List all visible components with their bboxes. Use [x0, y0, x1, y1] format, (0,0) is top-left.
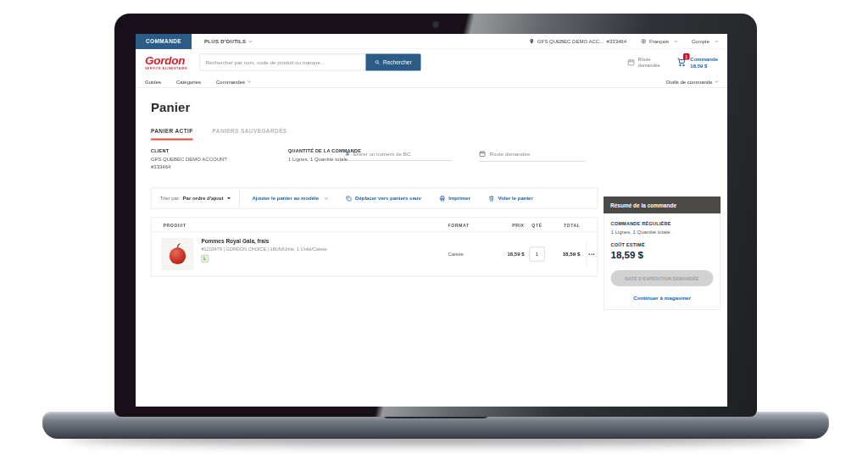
route-label: Routedemandée [638, 57, 660, 69]
toolbar-actions: Ajouter le panier au modèle Déplacer ver… [239, 195, 532, 202]
account-number: #333464 [607, 38, 626, 44]
product-name[interactable]: Pommes Royal Gala, frais [202, 238, 327, 245]
search-button-label: Rechercher [383, 59, 412, 66]
chevron-down-icon [674, 39, 677, 42]
clear-cart-label: Vider le panier [498, 196, 532, 202]
trash-icon [488, 195, 495, 202]
price-value: 18,59 $ [491, 252, 525, 257]
client-info: CLIENT GFS QUEBEC DEMO ACCOUNT#333464 [151, 148, 274, 171]
screen: COMMANDE PLUS D'OUTILS GFS QUEBEC DEMO A… [136, 34, 727, 407]
account-menu[interactable]: Compte [692, 38, 718, 44]
tab-panier-actif[interactable]: PANIER ACTIF [151, 128, 193, 141]
utility-bar: COMMANDE PLUS D'OUTILS GFS QUEBEC DEMO A… [136, 34, 727, 49]
caret-down-icon [227, 197, 231, 200]
tab-paniers-sauvegardes[interactable]: PANIERS SAUVEGARDÉS [213, 128, 287, 141]
format-value: Caisse [431, 252, 491, 257]
sort-value: Par ordre d'ajout [183, 196, 224, 202]
product-cell: Pommes Royal Gala, frais #1203478 | GORD… [152, 238, 431, 270]
order-summary-panel: Résumé de la commande COMMANDE RÉGULIÈRE… [604, 197, 721, 310]
main-content: Panier PANIER ACTIF PANIERS SAUVEGARDÉS … [136, 100, 727, 277]
cart-button[interactable]: 1 Commande18,59 $ [676, 55, 718, 69]
bc-number-field: # [346, 151, 452, 162]
outils-commande-label: Outils de commande [665, 79, 712, 85]
row-menu-button[interactable]: ••• [587, 241, 598, 268]
add-to-template-button[interactable]: Ajouter le panier au modèle [252, 196, 327, 202]
summary-title: Résumé de la commande [604, 197, 721, 213]
product-text: Pommes Royal Gala, frais #1203478 | GORD… [202, 238, 327, 263]
cart-toolbar: Trier par: Par ordre d'ajout Ajouter le … [151, 188, 598, 209]
search-bar: Rechercher [199, 54, 420, 71]
ship-date-button[interactable]: DATE D'EXPÉDITION DEMANDÉE [611, 270, 714, 286]
route-demandee-button[interactable]: Routedemandée [627, 57, 660, 69]
language-label: Français [649, 38, 669, 44]
nav-guides[interactable]: Guides [145, 79, 161, 85]
client-value: GFS QUEBEC DEMO ACCOUNT#333464 [151, 155, 274, 171]
nav-outils-commande[interactable]: Outils de commande [665, 79, 718, 85]
chevron-down-icon [715, 79, 718, 82]
menu-plus-outils[interactable]: PLUS D'OUTILS [204, 38, 252, 44]
summary-body: COMMANDE RÉGULIÈRE 1 Lignes, 1 Quantité … [604, 213, 721, 310]
webcam-icon [432, 21, 439, 28]
move-to-saved-button[interactable]: Déplacer vers paniers sauv [346, 195, 421, 202]
print-button[interactable]: Imprimer [439, 195, 470, 202]
cart-table: PRODUIT FORMAT PRIX QTÉ TOTAL [151, 218, 598, 277]
col-produit: PRODUIT [152, 222, 431, 227]
logo-tagline: SERVICE ALIMENTAIRE [145, 67, 187, 69]
product-details: #1203478 | GORDON CHOICE | 18UN/Unité, 1… [202, 246, 327, 252]
client-label: CLIENT [151, 148, 274, 153]
header-right: Routedemandée 1 Commande18,59 $ [627, 55, 718, 69]
move-to-saved-label: Déplacer vers paniers sauv [355, 196, 421, 202]
utility-right: GFS QUEBEC DEMO ACC... #333464 Français … [529, 38, 718, 44]
order-info-row: CLIENT GFS QUEBEC DEMO ACCOUNT#333464 QU… [151, 145, 727, 182]
account-location-selector[interactable]: GFS QUEBEC DEMO ACC... #333464 [529, 38, 626, 44]
qty-cell [525, 247, 550, 262]
move-copy-icon [346, 195, 353, 202]
logo-wordmark: Gordon [145, 55, 187, 67]
nav-commandes[interactable]: Commandes [216, 79, 251, 85]
tab-commande[interactable]: COMMANDE [136, 34, 192, 49]
order-type-value: 1 Lignes, 1 Quantité totale [611, 230, 714, 235]
local-badge: L [202, 255, 209, 263]
search-input[interactable] [199, 54, 365, 71]
printer-icon [439, 195, 446, 202]
order-type-label: COMMANDE RÉGULIÈRE [611, 221, 714, 226]
chevron-down-icon [325, 196, 328, 199]
print-label: Imprimer [448, 196, 470, 202]
cost-value: 18,59 $ [611, 250, 714, 262]
add-to-template-label: Ajouter le panier au modèle [252, 196, 319, 202]
product-image[interactable] [162, 238, 194, 270]
search-button[interactable]: Rechercher [365, 54, 420, 71]
location-pin-icon [529, 39, 535, 45]
laptop-mockup: COMMANDE PLUS D'OUTILS GFS QUEBEC DEMO A… [0, 0, 868, 454]
cost-label: COÛT ESTIMÉ [611, 242, 714, 247]
route-date-input[interactable] [490, 152, 586, 158]
bc-number-input[interactable] [353, 151, 452, 157]
calendar-icon [479, 151, 486, 158]
sort-label: Trier par: [160, 196, 181, 202]
apple-image [165, 242, 190, 267]
sort-dropdown[interactable]: Trier par: Par ordre d'ajout [152, 188, 240, 208]
col-prix: PRIX [491, 222, 525, 227]
continue-shopping-link[interactable]: Continuer à magasiner [611, 295, 714, 301]
globe-icon [641, 39, 647, 45]
col-format: FORMAT [431, 222, 491, 227]
clear-cart-button[interactable]: Vider le panier [488, 195, 533, 202]
account-name: GFS QUEBEC DEMO ACC... [537, 38, 604, 44]
chevron-down-icon [248, 39, 252, 42]
compte-label: Compte [692, 38, 709, 44]
table-header: PRODUIT FORMAT PRIX QTÉ TOTAL [152, 218, 598, 232]
site-header: Gordon SERVICE ALIMENTAIRE Rechercher [136, 49, 727, 75]
cart-text: Commande18,59 $ [690, 55, 718, 69]
language-selector[interactable]: Français [641, 38, 677, 44]
gordon-logo[interactable]: Gordon SERVICE ALIMENTAIRE [145, 55, 187, 70]
route-date-field [479, 151, 585, 162]
search-icon [375, 59, 381, 65]
nav-categories[interactable]: Catégories [176, 79, 201, 85]
table-row: Pommes Royal Gala, frais #1203478 | GORD… [152, 232, 598, 276]
chevron-down-icon [715, 39, 718, 42]
cart-tabs: PANIER ACTIF PANIERS SAUVEGARDÉS [151, 128, 727, 141]
calendar-icon [627, 58, 635, 66]
gfs-site: COMMANDE PLUS D'OUTILS GFS QUEBEC DEMO A… [136, 34, 727, 407]
qty-input[interactable] [530, 247, 545, 262]
chevron-down-icon [248, 79, 251, 82]
